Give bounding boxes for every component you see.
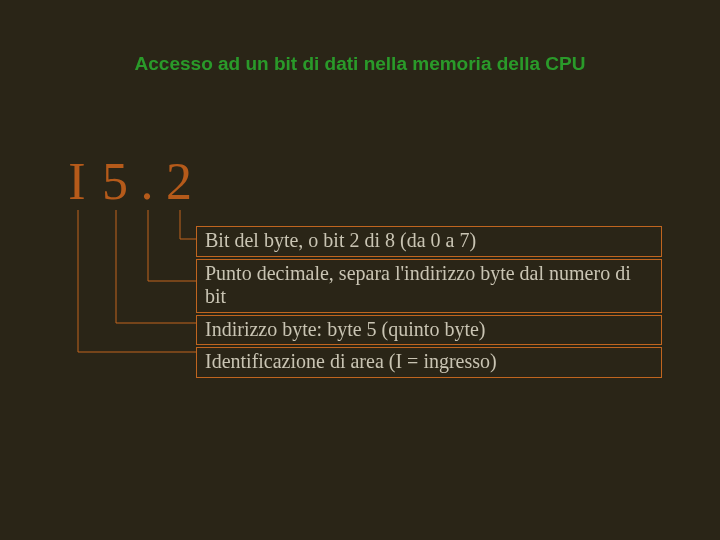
explanation-row-dot: Punto decimale, separa l'indirizzo byte … (196, 259, 662, 313)
address-expression: I 5 . 2 (62, 152, 194, 211)
explanation-row-area: Identificazione di area (I = ingresso) (196, 347, 662, 378)
address-char-area: I (62, 152, 92, 211)
address-char-byte: 5 (100, 152, 130, 211)
explanation-row-byte: Indirizzo byte: byte 5 (quinto byte) (196, 315, 662, 346)
diagram-title: Accesso ad un bit di dati nella memoria … (0, 0, 720, 76)
explanation-boxes: Bit del byte, o bit 2 di 8 (da 0 a 7) Pu… (196, 226, 662, 378)
address-char-dot: . (138, 152, 156, 211)
explanation-row-bit: Bit del byte, o bit 2 di 8 (da 0 a 7) (196, 226, 662, 257)
address-char-bit: 2 (164, 152, 194, 211)
